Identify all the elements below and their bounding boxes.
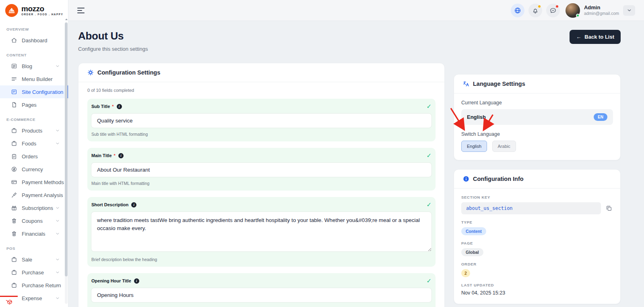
sidebar-item-purchase[interactable]: Purchase [0, 266, 68, 279]
sidebar-item-label: Purchase [22, 270, 44, 276]
pen-icon [11, 192, 17, 198]
sidebar-scrollbar-thumb[interactable] [65, 23, 68, 276]
sidebar-item-label: Currency [22, 166, 43, 172]
sidebar-item-label: Menu Builder [22, 76, 53, 82]
box-icon [11, 140, 17, 147]
switch-language-arabic-button[interactable]: Arabic [492, 141, 516, 152]
field-helper-text: Sub title with HTML formatting [91, 132, 432, 137]
user-menu-button[interactable] [623, 5, 635, 16]
chevron-down-icon [55, 128, 60, 133]
switch-language-english-button[interactable]: English [461, 141, 487, 152]
configuration-settings-card: Configuration Settings 0 of 10 fields co… [78, 63, 445, 307]
back-arrow-icon: ← [576, 34, 581, 40]
type-label: TYPE [461, 220, 613, 224]
sidebar-item-label: Orders [22, 154, 38, 160]
messages-button[interactable] [546, 4, 560, 17]
info-icon[interactable]: i [134, 278, 139, 284]
globe-icon [514, 7, 521, 14]
sidebar-item-label: Financials [22, 231, 45, 237]
translate-icon [463, 81, 469, 87]
sidebar-item-dashboard[interactable]: Dashboard [0, 34, 68, 47]
sidebar-item-products[interactable]: Products [0, 124, 68, 137]
sidebar-item-subscriptions[interactable]: Subscriptions [0, 201, 68, 214]
sidebar-item-label: Dashboard [22, 37, 47, 44]
order-label: ORDER [461, 262, 613, 266]
user-name: Admin [584, 5, 619, 11]
field-complete-icon: ✓ [426, 103, 431, 110]
chevron-down-icon [55, 231, 60, 236]
user-email: admin@gmail.com [584, 11, 619, 16]
notifications-button[interactable] [528, 4, 542, 17]
last-updated-label: LAST UPDATED [461, 283, 613, 287]
sidebar-scrollbar[interactable] [65, 22, 68, 304]
sidebar-item-label: Products [22, 128, 42, 134]
language-code-badge: EN [594, 113, 607, 121]
brand-tagline: ORDER . FOOD . HAPPY [21, 13, 63, 16]
sidebar-item-blog[interactable]: Blog [0, 60, 68, 73]
chevron-down-icon [55, 296, 60, 301]
sidebar-item-sale[interactable]: Sale [0, 253, 68, 266]
sidebar-item-menu-builder[interactable]: Menu Builder [0, 73, 68, 85]
sidebar-section-label: E-COMMERCE [6, 117, 68, 122]
sidebar-item-payment-methods[interactable]: Payment Methods [0, 176, 68, 189]
sidebar-item-label: Subscriptions [22, 205, 53, 211]
field-complete-icon: ✓ [426, 277, 431, 284]
chevron-down-icon [55, 257, 60, 262]
info-icon[interactable]: i [118, 153, 124, 158]
field-label: Main Title [91, 153, 112, 158]
field-input-short-description[interactable] [91, 212, 432, 252]
laravel-debug-badge[interactable] [0, 296, 18, 307]
main-content: About Us Configure this section settings… [68, 21, 644, 307]
user-avatar[interactable] [566, 3, 580, 18]
page-label: PAGE [461, 241, 613, 245]
current-language-value: English [467, 114, 486, 120]
last-updated-value: Nov 04, 2025 15:23 [461, 290, 613, 296]
field-block-main-title: Main Title*i✓Main title with HTML format… [87, 148, 436, 191]
site-config-icon [11, 89, 17, 95]
box-icon [11, 256, 17, 263]
chevron-down-icon [55, 141, 60, 146]
sidebar-item-purchase-return[interactable]: Purchase Return [0, 279, 68, 292]
sidebar-item-coupons[interactable]: Coupons [0, 214, 68, 227]
configuration-settings-title: Configuration Settings [97, 69, 160, 76]
currency-icon [11, 166, 17, 172]
box-icon [11, 282, 17, 288]
language-globe-button[interactable] [511, 4, 524, 17]
field-label: Opening Hour Title [91, 278, 131, 283]
sidebar-item-foods[interactable]: Foods [0, 137, 68, 150]
box-icon [11, 127, 17, 134]
chevron-down-icon [55, 205, 60, 210]
card-icon [11, 179, 17, 185]
field-label: Sub Title [91, 104, 110, 109]
menu-builder-icon [11, 76, 17, 82]
bin-icon [11, 230, 17, 237]
blog-icon [11, 63, 17, 69]
page-subtitle: Configure this section settings [78, 46, 148, 52]
field-input-sub-title[interactable] [91, 113, 432, 128]
sidebar-item-label: Expense [22, 295, 42, 301]
sidebar-item-label: Site Configuration [22, 89, 63, 95]
sidebar-item-label: Foods [22, 141, 36, 147]
sidebar-item-currency[interactable]: Currency [0, 163, 68, 176]
sidebar-item-pages[interactable]: Pages [0, 98, 68, 111]
home-icon [11, 37, 17, 44]
sidebar-item-payment-analysis[interactable]: Payment Analysis [0, 189, 68, 201]
field-input-main-title[interactable] [91, 162, 432, 177]
sidebar-item-orders[interactable]: Orders [0, 150, 68, 163]
field-block-short-description: Short Descriptioni✓Brief description bel… [87, 197, 436, 267]
message-dot [555, 5, 559, 8]
field-complete-icon: ✓ [426, 201, 431, 208]
copy-section-key-button[interactable] [605, 204, 613, 212]
field-helper-text: Main title with HTML formatting [91, 181, 432, 186]
chevron-down-icon [55, 283, 60, 288]
sidebar-item-site-configuration[interactable]: Site Configuration [0, 85, 68, 98]
brand-logo[interactable]: mozzo ORDER . FOOD . HAPPY [0, 0, 68, 21]
sidebar-item-financials[interactable]: Financials [0, 227, 68, 240]
back-to-list-button[interactable]: ← Back to List [570, 30, 621, 44]
sidebar-toggle-button[interactable] [77, 6, 86, 15]
chevron-down-icon [55, 270, 60, 275]
info-icon[interactable]: i [131, 202, 136, 207]
sidebar-section-label: CONTENT [6, 53, 68, 57]
info-icon[interactable]: i [117, 104, 122, 109]
field-input-opening-hour-title[interactable] [91, 288, 432, 303]
